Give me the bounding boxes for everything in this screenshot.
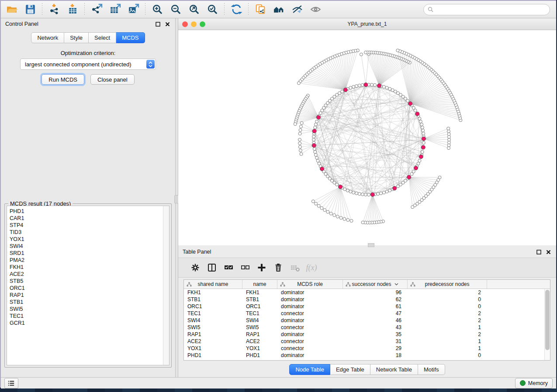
- mcds-result-item[interactable]: GCR1: [7, 320, 169, 327]
- mcds-hub-node[interactable]: [312, 129, 316, 133]
- network-leaf-node[interactable]: [343, 217, 346, 220]
- mcds-hub-node[interactable]: [393, 186, 397, 190]
- table-row[interactable]: STB1STB1dominator620: [184, 296, 550, 303]
- mcds-hub-node[interactable]: [421, 145, 425, 149]
- import-network-button[interactable]: [45, 2, 63, 17]
- network-node[interactable]: [418, 117, 421, 120]
- column-header-name[interactable]: name: [242, 280, 277, 289]
- network-node[interactable]: [388, 189, 391, 192]
- mcds-hub-node[interactable]: [370, 193, 374, 196]
- table-scrollbar-thumb[interactable]: [545, 290, 550, 350]
- task-history-button[interactable]: [4, 378, 18, 389]
- network-node[interactable]: [377, 193, 380, 196]
- network-leaf-node[interactable]: [396, 49, 399, 52]
- save-button[interactable]: [21, 2, 39, 17]
- network-leaf-node[interactable]: [300, 152, 303, 155]
- table-row[interactable]: TEC1TEC1connector472: [184, 310, 550, 317]
- run-mcds-button[interactable]: Run MCDS: [42, 74, 84, 85]
- float-panel-icon[interactable]: [154, 21, 161, 28]
- network-node[interactable]: [385, 190, 388, 193]
- network-leaf-node[interactable]: [350, 219, 353, 222]
- mcds-result-item[interactable]: RAP1: [7, 292, 169, 299]
- mcds-result-item[interactable]: TEC1: [7, 313, 169, 320]
- network-leaf-node[interactable]: [298, 145, 301, 148]
- mcds-result-item[interactable]: YOX1: [7, 236, 169, 243]
- network-leaf-node[interactable]: [294, 123, 297, 126]
- mcds-hub-node[interactable]: [320, 167, 324, 171]
- network-node[interactable]: [314, 153, 317, 156]
- network-leaf-node[interactable]: [447, 127, 450, 130]
- zoom-in-button[interactable]: [148, 2, 166, 17]
- mcds-list-scrollbar[interactable]: [163, 206, 169, 365]
- mcds-hub-node[interactable]: [377, 84, 381, 88]
- network-node[interactable]: [364, 193, 367, 196]
- network-node[interactable]: [315, 156, 318, 159]
- network-node[interactable]: [343, 188, 346, 191]
- document-share-button[interactable]: [251, 2, 270, 17]
- network-canvas[interactable]: [178, 30, 556, 245]
- network-leaf-node[interactable]: [297, 82, 300, 85]
- network-leaf-node[interactable]: [336, 215, 339, 218]
- table-scrollbar[interactable]: [544, 289, 550, 360]
- network-leaf-node[interactable]: [333, 213, 336, 217]
- network-leaf-node[interactable]: [298, 138, 301, 141]
- network-leaf-node[interactable]: [326, 210, 329, 213]
- network-node[interactable]: [422, 132, 425, 135]
- eye-slash-button[interactable]: [288, 2, 306, 17]
- table-row[interactable]: SWI4SWI4dominator462: [184, 317, 550, 324]
- horizontal-splitter-grip[interactable]: [368, 243, 374, 247]
- mcds-result-item[interactable]: STP4: [7, 222, 169, 229]
- column-header-shared-name[interactable]: shared name: [184, 280, 242, 289]
- mcds-result-item[interactable]: ORC1: [7, 285, 169, 292]
- network-leaf-node[interactable]: [364, 51, 367, 54]
- mcds-result-item[interactable]: TID3: [7, 229, 169, 236]
- deselect-all-button[interactable]: [237, 260, 253, 275]
- network-leaf-node[interactable]: [346, 218, 349, 221]
- network-node[interactable]: [374, 83, 377, 86]
- table-tab-edge-table[interactable]: Edge Table: [330, 364, 370, 375]
- table-row[interactable]: YOX1YOX1connector291: [184, 345, 550, 352]
- network-node[interactable]: [349, 86, 352, 89]
- table-row[interactable]: ACE2ACE2connector311: [184, 338, 550, 345]
- network-leaf-node[interactable]: [339, 217, 343, 220]
- mcds-result-list[interactable]: PHD1CAR1STP4TID3YOX1SWI4SRD1PMA2FKH1ACE2…: [7, 206, 170, 365]
- network-node[interactable]: [412, 170, 415, 173]
- table-row[interactable]: RAP1RAP1dominator352: [184, 331, 550, 338]
- network-node[interactable]: [417, 162, 420, 165]
- export-image-button[interactable]: [124, 2, 142, 17]
- network-leaf-node[interactable]: [317, 204, 320, 207]
- network-leaf-node[interactable]: [299, 149, 302, 152]
- zoom-fit-button[interactable]: [185, 2, 203, 17]
- network-node[interactable]: [336, 183, 339, 186]
- column-header-predecessor-nodes[interactable]: predecessor nodes: [408, 280, 487, 289]
- network-node[interactable]: [352, 191, 355, 194]
- column-header-MCDS-role[interactable]: MCDS role: [277, 280, 343, 289]
- mcds-result-item[interactable]: FKH1: [7, 264, 169, 271]
- network-node[interactable]: [314, 151, 317, 154]
- open-button[interactable]: [3, 2, 21, 17]
- double-home-button[interactable]: [270, 2, 288, 17]
- tab-network[interactable]: Network: [31, 32, 64, 43]
- network-node[interactable]: [419, 120, 422, 123]
- export-table-button[interactable]: [106, 2, 124, 17]
- network-node[interactable]: [312, 135, 315, 138]
- mcds-result-item[interactable]: PMA2: [7, 257, 169, 264]
- network-leaf-node[interactable]: [329, 212, 332, 215]
- close-panel-button[interactable]: Close panel: [90, 74, 135, 85]
- network-leaf-node[interactable]: [447, 130, 450, 133]
- network-node[interactable]: [382, 191, 385, 194]
- network-leaf-node[interactable]: [315, 202, 318, 205]
- network-node[interactable]: [380, 192, 383, 195]
- tab-select[interactable]: Select: [89, 32, 116, 43]
- mcds-hub-node[interactable]: [414, 166, 418, 170]
- network-node[interactable]: [418, 159, 421, 162]
- settings-button[interactable]: [187, 260, 204, 275]
- mcds-result-item[interactable]: PHD1: [7, 208, 169, 215]
- optimization-criterion-select[interactable]: largest connected component (undirected): [20, 58, 156, 70]
- network-node[interactable]: [312, 138, 315, 141]
- mcds-result-item[interactable]: SWI4: [7, 243, 169, 250]
- network-node[interactable]: [314, 126, 317, 129]
- network-node[interactable]: [361, 193, 364, 196]
- export-network-button[interactable]: [87, 2, 106, 17]
- network-node[interactable]: [382, 85, 385, 88]
